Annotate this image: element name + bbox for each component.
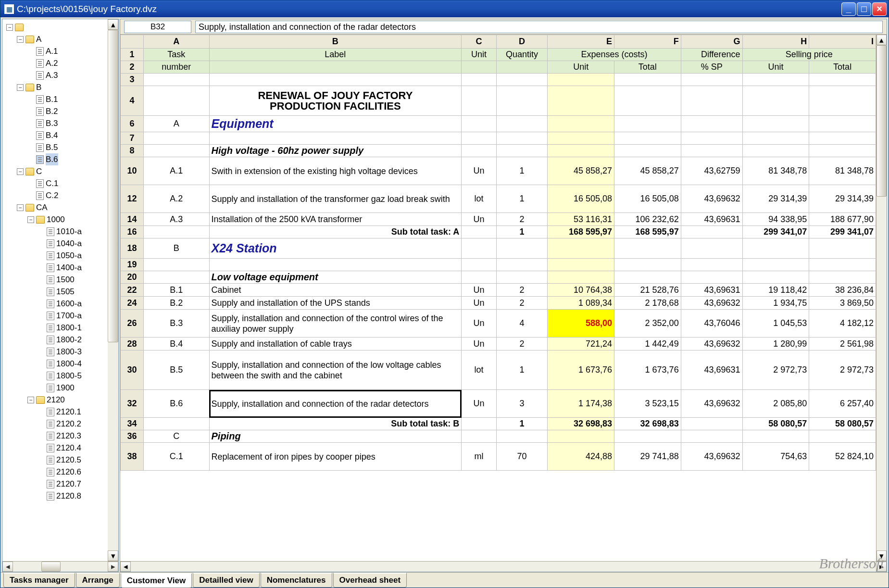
cell[interactable] [614, 116, 681, 132]
tree-item[interactable]: 2120.7 [3, 478, 117, 490]
cell[interactable]: 2 [496, 338, 548, 350]
cell[interactable]: 1 089,34 [548, 297, 614, 310]
tree-item[interactable]: B.3 [3, 117, 117, 129]
cell[interactable] [143, 226, 209, 238]
cell[interactable]: B.5 [143, 350, 209, 390]
tree-item[interactable]: − [3, 21, 117, 33]
tree-item[interactable]: 1600-a [3, 298, 117, 310]
cell[interactable]: 29 741,88 [614, 443, 681, 471]
tree-item[interactable]: A.3 [3, 69, 117, 81]
cell[interactable]: Piping [209, 430, 462, 443]
tree-toggle-icon[interactable]: − [17, 84, 24, 91]
cell[interactable]: 16 505,08 [548, 185, 614, 213]
cell[interactable] [681, 74, 742, 86]
cell[interactable]: High voltage - 60hz power supply [209, 145, 462, 157]
tree-item[interactable]: 2120.3 [3, 430, 117, 442]
cell[interactable]: 43,69631 [681, 213, 742, 226]
cell[interactable] [143, 259, 209, 271]
row-header[interactable]: 7 [121, 132, 144, 145]
cell[interactable]: 2 178,68 [614, 297, 681, 310]
tree-item[interactable]: −1000 [3, 213, 117, 225]
tree-item[interactable]: A.1 [3, 45, 117, 57]
cell[interactable] [681, 226, 742, 238]
tree-toggle-icon[interactable]: − [27, 216, 34, 223]
cell[interactable]: 4 [496, 310, 548, 338]
tree-item[interactable]: B.6 [3, 153, 117, 165]
cell[interactable] [143, 271, 209, 284]
cell[interactable] [496, 145, 548, 157]
cell-reference[interactable]: B32 [124, 21, 191, 33]
tree-item[interactable]: 2120.2 [3, 418, 117, 430]
scroll-up-icon[interactable]: ▴ [876, 35, 887, 45]
scroll-down-icon[interactable]: ▾ [108, 550, 118, 561]
cell[interactable] [742, 238, 809, 259]
minimize-button[interactable]: _ [841, 2, 856, 16]
cell[interactable]: Installation of the 2500 kVA transformer [209, 213, 462, 226]
scroll-up-icon[interactable]: ▴ [108, 19, 118, 30]
cell[interactable]: 32 698,83 [614, 418, 681, 430]
cell[interactable]: 1 174,38 [548, 390, 614, 418]
cell[interactable] [462, 86, 497, 116]
cell[interactable]: Unit [548, 61, 614, 74]
cell[interactable]: Supply, installation and connection of t… [209, 390, 462, 418]
cell[interactable]: 3 [496, 390, 548, 418]
cell[interactable]: Un [462, 390, 497, 418]
cell[interactable] [209, 61, 462, 74]
cell[interactable] [462, 145, 497, 157]
cell[interactable]: Unit [462, 49, 497, 61]
cell[interactable] [548, 430, 614, 443]
cell[interactable]: Sub total task: B [209, 418, 462, 430]
cell[interactable] [496, 430, 548, 443]
cell[interactable] [496, 238, 548, 259]
tree-item[interactable]: C.2 [3, 189, 117, 201]
cell[interactable] [548, 132, 614, 145]
row-header[interactable]: 2 [121, 61, 144, 74]
close-button[interactable]: × [872, 2, 887, 16]
cell[interactable] [809, 238, 876, 259]
cell[interactable]: 10 764,38 [548, 284, 614, 297]
cell[interactable] [614, 271, 681, 284]
cell[interactable]: Expenses (costs) [548, 49, 681, 61]
cell[interactable]: Selling price [742, 49, 876, 61]
cell[interactable]: 52 824,10 [809, 443, 876, 471]
cell[interactable] [681, 271, 742, 284]
cell[interactable] [496, 74, 548, 86]
cell[interactable]: B.4 [143, 338, 209, 350]
cell[interactable] [614, 238, 681, 259]
cell[interactable] [462, 61, 497, 74]
row-header[interactable]: 3 [121, 74, 144, 86]
cell[interactable]: Supply and installation of the transform… [209, 185, 462, 213]
cell[interactable]: Replacement of iron pipes by cooper pipe… [209, 443, 462, 471]
cell[interactable]: 1 673,76 [614, 350, 681, 390]
cell[interactable] [143, 145, 209, 157]
scroll-left-icon[interactable]: ◂ [120, 562, 131, 572]
cell[interactable] [143, 418, 209, 430]
cell[interactable]: 81 348,78 [809, 157, 876, 185]
cell[interactable]: 70 [496, 443, 548, 471]
cell[interactable]: 168 595,97 [548, 226, 614, 238]
tab-arrange[interactable]: Arrange [76, 573, 120, 588]
cell[interactable]: 43,69631 [681, 350, 742, 390]
cell[interactable] [742, 145, 809, 157]
tree-item[interactable]: B.2 [3, 105, 117, 117]
cell[interactable] [462, 116, 497, 132]
cell[interactable]: Supply and installation of cable trays [209, 338, 462, 350]
cell[interactable]: 45 858,27 [614, 157, 681, 185]
cell[interactable]: 29 314,39 [742, 185, 809, 213]
cell[interactable]: 299 341,07 [809, 226, 876, 238]
grid[interactable]: ABCDEFGHI1TaskLabelUnitQuantityExpenses … [120, 35, 876, 561]
cell[interactable]: 299 341,07 [742, 226, 809, 238]
row-header[interactable]: 38 [121, 443, 144, 471]
cell[interactable]: A [143, 116, 209, 132]
cell[interactable]: Cabinet [209, 284, 462, 297]
column-header[interactable]: E [548, 35, 614, 49]
cell[interactable] [143, 74, 209, 86]
cell[interactable] [681, 145, 742, 157]
column-header[interactable]: I [809, 35, 876, 49]
row-header[interactable]: 12 [121, 185, 144, 213]
cell[interactable]: 106 232,62 [614, 213, 681, 226]
row-header[interactable]: 10 [121, 157, 144, 185]
cell[interactable]: 29 314,39 [809, 185, 876, 213]
row-header[interactable]: 30 [121, 350, 144, 390]
cell[interactable]: B.3 [143, 310, 209, 338]
